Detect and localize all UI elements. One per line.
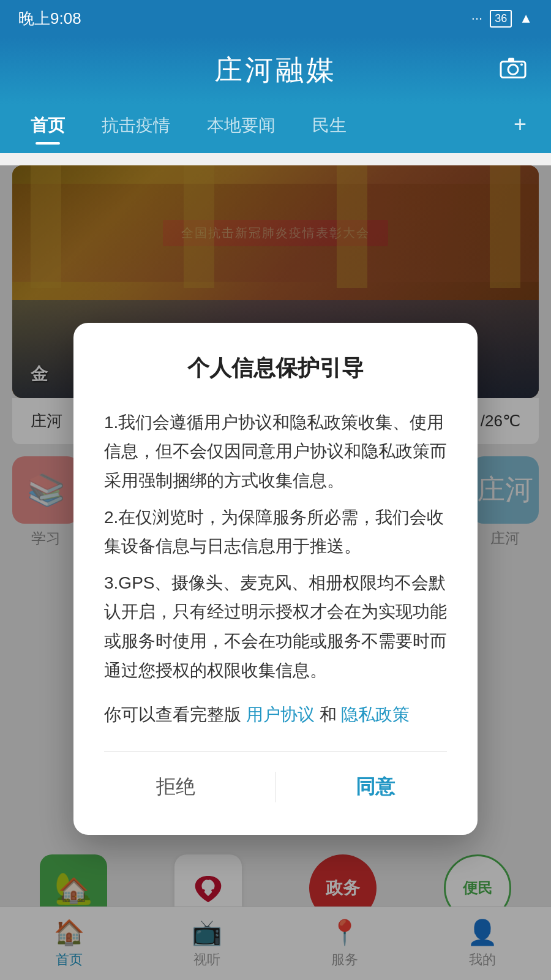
reject-button[interactable]: 拒绝 (132, 764, 220, 810)
modal-divider (104, 751, 447, 752)
modal-title: 个人信息保护引导 (104, 353, 447, 383)
tab-epidemic[interactable]: 抗击疫情 (83, 104, 189, 145)
modal-link-and: 和 (320, 705, 337, 724)
app-title: 庄河融媒 (214, 51, 337, 89)
battery-icon: 36 (490, 10, 512, 28)
svg-point-3 (520, 64, 523, 66)
svg-rect-2 (508, 58, 514, 62)
tab-local-news[interactable]: 本地要闻 (189, 104, 294, 145)
modal-actions: 拒绝 同意 (104, 758, 447, 810)
modal-overlay: 个人信息保护引导 1.我们会遵循用户协议和隐私政策收集、使用信息，但不会仅因同意… (0, 165, 551, 980)
modal-body: 1.我们会遵循用户协议和隐私政策收集、使用信息，但不会仅因同意用户协议和隐私政策… (104, 408, 447, 685)
privacy-dialog: 个人信息保护引导 1.我们会遵循用户协议和隐私政策收集、使用信息，但不会仅因同意… (73, 323, 478, 835)
privacy-policy-link[interactable]: 隐私政策 (341, 705, 410, 724)
app-header: 庄河融媒 (0, 37, 551, 104)
agree-button[interactable]: 同意 (331, 764, 419, 810)
modal-links: 你可以查看完整版 用户协议 和 隐私政策 (104, 703, 447, 726)
tab-livelihood[interactable]: 民生 (294, 104, 365, 145)
action-divider (275, 772, 276, 802)
status-icons: ··· 36 ▲ (471, 10, 533, 28)
signal-icon: ··· (471, 10, 482, 26)
user-agreement-link[interactable]: 用户协议 (246, 705, 315, 724)
modal-body-item-1: 1.我们会遵循用户协议和隐私政策收集、使用信息，但不会仅因同意用户协议和隐私政策… (104, 408, 447, 496)
main-content: 全国抗击新冠肺炎疫情表彰大会 金 庄河 /26℃ 📚 学习 庄河 (0, 165, 551, 980)
wifi-icon: ▲ (519, 10, 533, 26)
add-tab-button[interactable]: + (501, 104, 539, 145)
status-time: 晚上9:08 (18, 8, 81, 29)
modal-link-prefix: 你可以查看完整版 (104, 705, 241, 724)
svg-point-1 (508, 65, 518, 75)
modal-body-item-2: 2.在仅浏览时，为保障服务所必需，我们会收集设备信息与日志信息用于推送。 (104, 503, 447, 561)
modal-body-item-3: 3.GPS、摄像头、麦克风、相册权限均不会默认开启，只有经过明示授权才会在为实现… (104, 568, 447, 685)
camera-button[interactable] (500, 57, 527, 85)
tab-home[interactable]: 首页 (12, 104, 83, 145)
status-bar: 晚上9:08 ··· 36 ▲ (0, 0, 551, 37)
nav-tabs: 首页 抗击疫情 本地要闻 民生 + (0, 104, 551, 153)
